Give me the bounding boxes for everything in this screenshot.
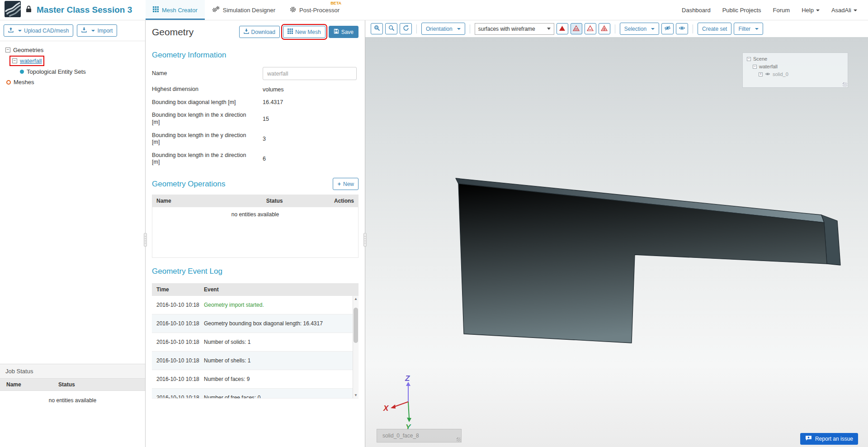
collapse-icon[interactable]: −: [12, 58, 17, 63]
navbar-left: Master Class Session 3: [0, 0, 146, 20]
nav-dashboard[interactable]: Dashboard: [682, 7, 711, 14]
triangle-filled-icon: [559, 25, 566, 33]
scene-tree-solid[interactable]: + solid_0: [759, 71, 844, 77]
scrollbar-thumb[interactable]: [354, 308, 358, 343]
create-set-button[interactable]: Create set: [698, 23, 731, 35]
scroll-down-icon[interactable]: ▼: [354, 393, 358, 397]
log-time: 2016-10-10 10:18: [156, 395, 202, 399]
model-solid[interactable]: Z X Y: [365, 37, 868, 447]
chevron-down-icon: [755, 28, 759, 30]
name-input[interactable]: [263, 67, 357, 80]
log-time: 2016-10-10 10:18: [156, 320, 202, 327]
operations-table-header: Name Status Actions: [152, 195, 359, 207]
event-log-table: Time Event 2016-10-10 10:18 Geometry imp…: [152, 283, 359, 399]
collapse-icon[interactable]: −: [753, 65, 757, 69]
nav-help-menu[interactable]: Help: [802, 7, 820, 14]
show-all-button[interactable]: [676, 23, 688, 34]
log-row: 2016-10-10 10:18 Number of faces: 9: [152, 370, 359, 389]
save-icon: [334, 29, 339, 35]
log-event: Number of solids: 1: [204, 339, 352, 345]
zoom-window-button[interactable]: [371, 23, 383, 34]
expand-icon[interactable]: +: [759, 72, 763, 76]
entity-set-icon: [20, 70, 24, 74]
mesh-quality-outline-button[interactable]: [585, 23, 596, 34]
upload-cad-button[interactable]: Upload CAD/mesh: [4, 24, 73, 37]
viewport-canvas[interactable]: Z X Y − Scene − waterfall +: [365, 37, 868, 447]
log-row: 2016-10-10 10:18 Geometry import started…: [152, 296, 359, 314]
download-icon: [244, 29, 249, 35]
log-event: Number of free faces: 0: [204, 395, 352, 399]
nav-user-menu[interactable]: AsadAli: [831, 7, 857, 14]
form-row: Bounding box length in the x direction […: [152, 112, 359, 126]
geometry-information-heading: Geometry Information: [152, 51, 359, 60]
overlay-resize-handle[interactable]: [843, 82, 847, 87]
meshes-icon: [6, 80, 11, 85]
selection-dropdown[interactable]: Selection: [620, 23, 659, 35]
grid-icon: [153, 6, 159, 14]
log-time: 2016-10-10 10:18: [156, 302, 202, 309]
geometry-tree: − Geometries − waterfall Topological Ent…: [0, 41, 145, 95]
log-time: 2016-10-10 10:18: [156, 339, 202, 346]
scene-tree-geometry[interactable]: − waterfall: [753, 64, 844, 69]
filter-dropdown[interactable]: Filter: [734, 23, 763, 35]
tab-simulation-designer[interactable]: Simulation Designer: [205, 0, 283, 20]
feedback-bubble-icon: [805, 435, 812, 442]
tree-item-geometries[interactable]: − Geometries: [5, 47, 140, 53]
axis-z-label: Z: [405, 374, 410, 383]
log-time: 2016-10-10 10:18: [156, 357, 202, 364]
nav-forum[interactable]: Forum: [773, 7, 790, 14]
log-event: Geometry import started.: [204, 302, 352, 308]
chevron-down-icon: [457, 28, 461, 30]
save-label: Save: [341, 29, 354, 35]
collapse-icon[interactable]: −: [5, 48, 10, 52]
sidebar-actions: Upload CAD/mesh Import: [0, 20, 145, 41]
model-front-face: [458, 184, 827, 343]
nav-public-projects[interactable]: Public Projects: [722, 7, 761, 14]
info-label: Bounding box length in the z direction […: [152, 152, 254, 166]
info-label: Bounding box length in the x direction […: [152, 112, 254, 126]
report-issue-button[interactable]: Report an issue: [800, 433, 858, 445]
tree-item-meshes[interactable]: Meshes: [6, 79, 140, 86]
mesh-quality-grid-button[interactable]: [599, 23, 610, 34]
tab-mesh-creator[interactable]: Mesh Creator: [146, 0, 205, 20]
info-value: volumes: [263, 86, 359, 93]
save-button[interactable]: Save: [329, 26, 359, 38]
sidebar-resize-handle[interactable]: [144, 233, 147, 247]
tree-item-waterfall[interactable]: − waterfall: [11, 57, 140, 65]
orientation-dropdown[interactable]: Orientation: [421, 23, 465, 35]
tree-item-topological-sets[interactable]: Topological Entity Sets: [20, 68, 140, 75]
render-mode-select[interactable]: surfaces with wireframe: [475, 23, 554, 35]
tab-post-processor[interactable]: BETA Post-Processor: [283, 0, 347, 20]
eye-icon[interactable]: [765, 71, 770, 77]
tree-label-topological-sets: Topological Entity Sets: [27, 68, 86, 75]
info-value: 6: [263, 156, 359, 162]
triangle-grid-icon: [601, 25, 608, 33]
simscale-logo-icon[interactable]: [5, 1, 21, 19]
zoom-button[interactable]: [385, 23, 397, 34]
report-issue-label: Report an issue: [815, 436, 853, 442]
selection-label: Selection: [624, 26, 646, 32]
hide-selected-button[interactable]: [661, 23, 674, 34]
waterfall-link[interactable]: waterfall: [20, 57, 42, 64]
new-operation-button[interactable]: + New: [333, 178, 359, 190]
panel-header: Geometry Download: [146, 20, 365, 42]
import-button[interactable]: Import: [77, 24, 117, 37]
download-button[interactable]: Download: [239, 26, 280, 38]
collapse-icon[interactable]: −: [747, 57, 751, 61]
upload-label: Upload CAD/mesh: [24, 28, 69, 34]
col-name: Name: [156, 198, 226, 204]
chevron-down-icon: [816, 10, 820, 11]
page-title: Geometry: [152, 27, 193, 38]
mesh-quality-solid-button[interactable]: [557, 23, 568, 34]
event-log-scrollbar[interactable]: ▲ ▼: [353, 296, 359, 398]
panel-resize-handle[interactable]: [363, 233, 367, 247]
app-tabs: Mesh Creator Simulation Designer BETA: [146, 0, 347, 20]
new-mesh-button[interactable]: New Mesh: [283, 26, 326, 38]
scene-tree-root[interactable]: − Scene: [747, 56, 844, 62]
tree-label-meshes: Meshes: [14, 79, 34, 86]
top-navbar: Master Class Session 3 Mesh Creator: [0, 0, 868, 20]
scroll-up-icon[interactable]: ▲: [354, 297, 358, 301]
refresh-button[interactable]: [400, 23, 412, 34]
mesh-quality-striped-button[interactable]: [571, 23, 582, 34]
log-row: 2016-10-10 10:18 Number of shells: 1: [152, 352, 359, 370]
